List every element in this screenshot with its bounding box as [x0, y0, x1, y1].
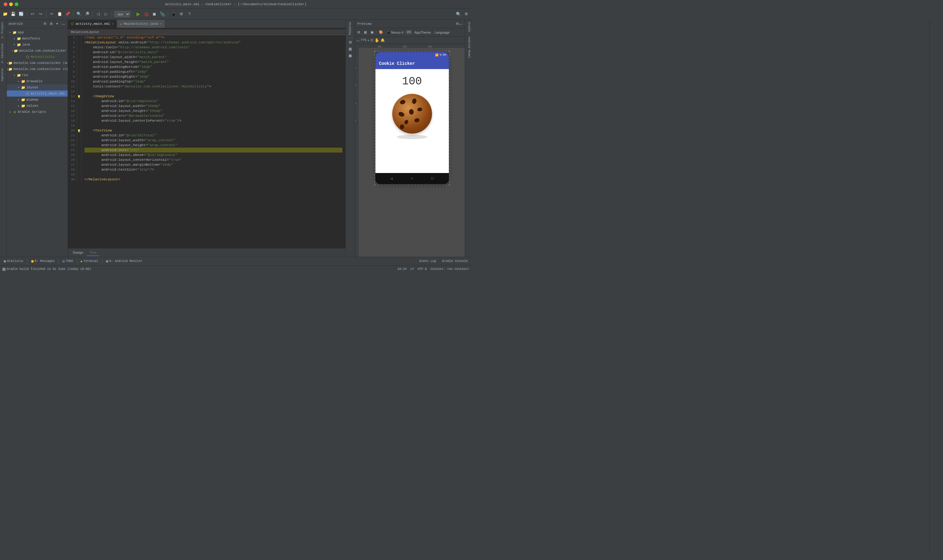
paste-btn[interactable]: 📌	[64, 11, 71, 17]
panel-gear-btn[interactable]: ⚙	[43, 22, 48, 26]
minimize-button[interactable]	[9, 2, 13, 6]
code-line-6: android:layout_height="match_parent"	[85, 60, 343, 65]
android-model-side-tab[interactable]: Android Model	[465, 34, 471, 60]
tree-item-res[interactable]: ▾ 📁 res	[7, 72, 68, 78]
tree-item-java[interactable]: ▾ 📁 java	[7, 42, 68, 48]
side-tab-project[interactable]: 1: Project	[0, 20, 6, 41]
tab-xml[interactable]: ⬡ activity_main.xml ✕	[68, 20, 117, 28]
preview-hide-btn[interactable]: —	[459, 22, 462, 26]
settings-toolbar-btn[interactable]: ⚙	[463, 11, 470, 17]
help-btn[interactable]: ?	[186, 11, 193, 17]
statistic-status[interactable]: Statistic	[2, 259, 25, 263]
context-info: Context: <no context>	[431, 268, 469, 271]
todo-status[interactable]: TODO	[61, 259, 74, 263]
gutter-icon-textview[interactable]: 💡	[77, 129, 81, 134]
preview-canvas[interactable]: 📶 6:00 Cookie Clicker 100	[359, 48, 465, 257]
tree-item-mainactivity[interactable]: ⬡ MainActivity	[7, 54, 68, 60]
cut-btn[interactable]: ✂	[48, 11, 55, 17]
find-btn[interactable]: 🔍	[76, 11, 82, 17]
preview-bell-btn[interactable]: 🔔	[381, 38, 385, 42]
palette-grid-btn3[interactable]: ▣	[347, 52, 353, 59]
search-everywhere-btn[interactable]: 🔍	[455, 11, 462, 17]
preview-hand-btn[interactable]: ✋	[375, 38, 380, 43]
tab-java[interactable]: ☕ MainActivity.java ✕	[117, 20, 165, 28]
attach-button[interactable]: 📎	[159, 11, 165, 17]
avd-btn[interactable]: 📱	[170, 11, 177, 17]
preview-apptheme-btn[interactable]: AppTheme	[413, 29, 432, 35]
debug-button[interactable]: 🐞	[143, 11, 150, 17]
preview-language-btn[interactable]: Language	[433, 29, 451, 35]
palette-grid-btn1[interactable]: ⊞	[347, 39, 353, 46]
xml-icon-activity-main: ⬡	[25, 92, 30, 96]
tree-label-app: app	[18, 31, 24, 34]
nav-back-btn[interactable]: ◁	[95, 11, 102, 17]
tree-item-values[interactable]: ▸ 📁 values	[7, 103, 68, 109]
tree-label-package2: danielle.com.cookieclicker (android)	[13, 62, 68, 65]
preview-settings-btn[interactable]: ⚙	[456, 22, 459, 26]
preview-layout-btn1[interactable]: ⊞	[356, 29, 361, 35]
sync-btn[interactable]: 🔄	[18, 11, 25, 17]
messages-dot	[31, 260, 34, 263]
side-tab-captures[interactable]: Captures	[0, 66, 6, 84]
todo-dot	[62, 260, 65, 263]
preview-layout-btn3[interactable]: ▣	[369, 29, 375, 35]
design-tab[interactable]: Design	[70, 249, 86, 256]
tree-item-gradle[interactable]: ▸ ⚙ Gradle Scripts	[7, 109, 68, 115]
gradle-side-tab[interactable]: Gradle	[465, 20, 471, 34]
code-editor[interactable]: RelativeLayout 12345 678910 1112131415 1…	[68, 28, 346, 248]
tree-item-manifests[interactable]: ▸ 📁 manifests	[7, 35, 68, 42]
find2-btn[interactable]: 🔎	[83, 11, 90, 17]
project-tree: ▾ 📁 app ▸ 📁 manifests ▾ 📁 java ▾	[7, 28, 68, 257]
stop-button[interactable]: ⏹	[151, 11, 157, 17]
copy-btn[interactable]: 📋	[56, 11, 63, 17]
tree-item-package3[interactable]: ▸ 📁 danielle.com.cookieclicker (test)	[7, 66, 68, 72]
tree-item-package2[interactable]: ▸ 📁 danielle.com.cookieclicker (android)	[7, 60, 68, 66]
window-controls[interactable]	[4, 2, 19, 6]
tree-label-res: res	[22, 73, 28, 77]
zoom-in-btn[interactable]: +	[367, 38, 369, 42]
tree-item-mipmap[interactable]: ▸ 📁 mipmap	[7, 97, 68, 103]
palette-grid-btn2[interactable]: ▦	[347, 46, 353, 52]
gradle-console-status[interactable]: Gradle Console	[441, 259, 469, 263]
zoom-fit-btn[interactable]: ⊡	[370, 38, 373, 42]
panel-collapse-btn[interactable]: ▾	[55, 22, 60, 26]
folder-icon-package2: 📁	[8, 61, 12, 65]
run-button[interactable]: ▶	[135, 11, 142, 17]
redo-btn[interactable]: ↪	[37, 11, 44, 17]
messages-status[interactable]: 0: Messages	[30, 259, 56, 263]
preview-device-btn[interactable]: 📱 Nexus 4	[386, 29, 404, 35]
side-tab-favorites[interactable]: 2: Favorites	[0, 41, 6, 66]
save-btn[interactable]: 💾	[10, 11, 17, 17]
nav-fwd-btn[interactable]: ▷	[103, 11, 110, 17]
android-monitor-status[interactable]: 6: Android Monitor	[105, 259, 144, 263]
palette-label[interactable]: Palette	[347, 20, 353, 37]
undo-btn[interactable]: ↩	[29, 11, 36, 17]
zoom-out-btn[interactable]: —	[356, 38, 360, 42]
tree-item-app[interactable]: ▾ 📁 app	[7, 29, 68, 35]
gradle-icon: ⚙	[12, 110, 17, 114]
tab-xml-close[interactable]: ✕	[112, 22, 114, 26]
event-log-status[interactable]: Event Log	[418, 259, 437, 263]
maximize-button[interactable]	[15, 2, 19, 6]
gutter-icon-imageview[interactable]: 💡	[77, 95, 81, 100]
preview-layout-btn2[interactable]: ▦	[363, 29, 368, 35]
panel-hide-btn[interactable]: —	[61, 22, 66, 26]
tree-item-layout[interactable]: ▾ 📁 layout	[7, 85, 68, 91]
tree-item-package1[interactable]: ▾ 📁 danielle.com.cookieclicker	[7, 48, 68, 54]
code-line-7: android:paddingBottom="16dp"	[85, 65, 343, 69]
sep6	[133, 11, 133, 17]
preview-theme-btn[interactable]: 🎨	[378, 29, 384, 35]
terminal-status[interactable]: ▶ Terminal	[80, 259, 99, 264]
text-tab[interactable]: Text	[87, 249, 99, 256]
tree-item-drawable[interactable]: ▸ 📁 drawable	[7, 78, 68, 85]
tree-item-activity-main[interactable]: ⬡ activity_main.xml	[7, 91, 68, 97]
panel-expand-btn[interactable]: ⊞	[49, 22, 54, 26]
open-folder-btn[interactable]: 📁	[2, 11, 9, 17]
app-config-dropdown[interactable]: app	[114, 11, 130, 17]
close-button[interactable]	[4, 2, 7, 6]
tab-java-close[interactable]: ✕	[160, 22, 162, 26]
tree-label-mainactivity: MainActivity	[31, 55, 55, 59]
sdk-btn[interactable]: ⚙	[178, 11, 185, 17]
code-line-4: android:id="@+id/activity_main"	[85, 50, 343, 55]
code-line-18: android:layout_centerInParent="true"/>	[85, 118, 343, 123]
